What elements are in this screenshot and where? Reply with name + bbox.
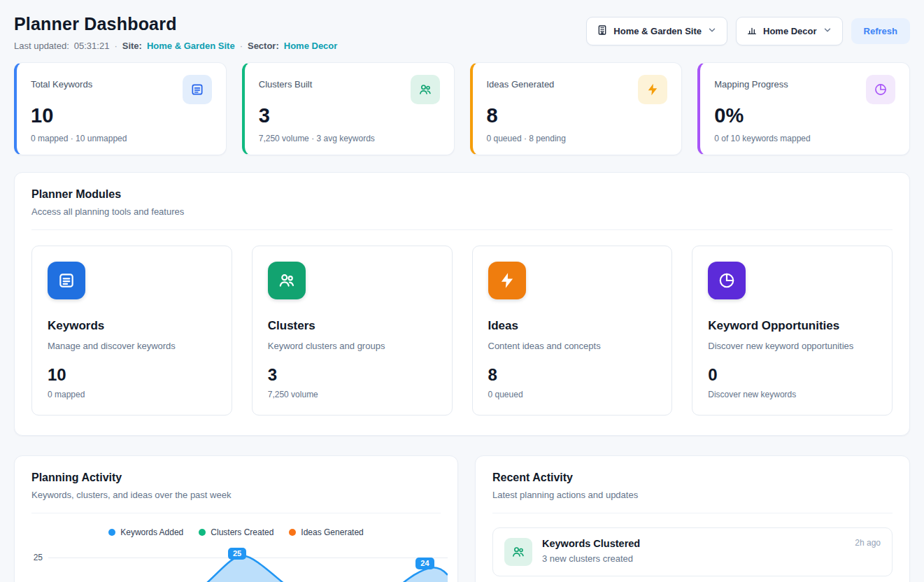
stat-value: 8 xyxy=(487,104,668,127)
bolt-icon xyxy=(638,75,667,104)
bolt-icon xyxy=(488,262,526,299)
legend-dot-orange xyxy=(289,529,296,536)
stat-card-top: Total Keywords xyxy=(31,75,212,104)
site-selector-label: Home & Garden Site xyxy=(613,26,702,36)
y-axis-tick: 25 xyxy=(24,547,48,582)
activity-description: 3 new clusters created xyxy=(542,553,881,564)
legend-label: Keywords Added xyxy=(120,527,183,537)
module-detail: Discover new keywords xyxy=(708,390,876,399)
chart-plot-area: 25 24 xyxy=(48,547,448,582)
stats-grid: Total Keywords 10 0 mapped · 10 unmapped… xyxy=(14,62,910,155)
activity-top: Keywords Clustered 2h ago xyxy=(542,538,881,549)
sector-selector-dropdown[interactable]: Home Decor xyxy=(736,17,843,45)
modules-head: Planner Modules Access all planning tool… xyxy=(15,173,909,230)
stat-card-top: Clusters Built xyxy=(259,75,440,104)
module-value: 10 xyxy=(48,365,216,385)
recent-activity-head: Recent Activity Latest planning actions … xyxy=(476,456,909,513)
chart-legend: Keywords Added Clusters Created Ideas Ge… xyxy=(15,527,457,537)
keywords-added-series-area xyxy=(48,547,448,582)
module-description: Discover new keyword opportunities xyxy=(708,341,876,351)
site-selector-dropdown[interactable]: Home & Garden Site xyxy=(586,17,727,45)
header-actions: Home & Garden Site Home Decor Refresh xyxy=(586,17,910,45)
module-description: Content ideas and concepts xyxy=(488,341,657,351)
module-value: 3 xyxy=(268,365,436,385)
chart-point-label: 24 xyxy=(415,558,434,569)
building-icon xyxy=(597,24,608,38)
module-detail: 0 mapped xyxy=(48,390,216,399)
modules-grid: Keywords Manage and discover keywords 10… xyxy=(15,230,909,435)
pie-chart-icon xyxy=(708,262,746,299)
bar-chart-icon xyxy=(746,24,758,38)
modules-subtitle: Access all planning tools and features xyxy=(31,206,893,217)
module-value: 8 xyxy=(488,365,657,385)
stat-card-mapping-progress: Mapping Progress 0% 0 of 10 keywords map… xyxy=(697,62,910,155)
module-card-ideas[interactable]: Ideas Content ideas and concepts 8 0 que… xyxy=(472,246,673,416)
stat-value: 10 xyxy=(31,104,212,127)
recent-activity-title: Recent Activity xyxy=(492,471,893,484)
modules-title: Planner Modules xyxy=(31,188,893,201)
users-icon xyxy=(268,262,306,299)
activity-item-keywords-clustered[interactable]: Keywords Clustered 2h ago 3 new clusters… xyxy=(492,527,893,576)
legend-item-clusters-created[interactable]: Clusters Created xyxy=(199,527,273,537)
activity-timestamp: 2h ago xyxy=(855,538,881,548)
module-card-keywords[interactable]: Keywords Manage and discover keywords 10… xyxy=(31,246,232,416)
site-link[interactable]: Home & Garden Site xyxy=(147,41,235,51)
sector-link[interactable]: Home Decor xyxy=(284,41,338,51)
divider xyxy=(31,513,441,513)
legend-item-ideas-generated[interactable]: Ideas Generated xyxy=(289,527,363,537)
last-updated-label: Last updated: xyxy=(14,41,69,51)
users-icon xyxy=(411,75,440,104)
module-title: Ideas xyxy=(488,319,657,333)
page-title: Planner Dashboard xyxy=(14,14,337,34)
sector-label: Sector: xyxy=(248,41,279,51)
legend-label: Clusters Created xyxy=(211,527,273,537)
meta-separator: · xyxy=(114,41,117,51)
document-icon xyxy=(48,262,85,299)
stat-card-top: Mapping Progress xyxy=(714,75,895,104)
stat-detail: 0 of 10 keywords mapped xyxy=(714,134,895,143)
chart-point-label: 25 xyxy=(228,548,246,560)
module-title: Keyword Opportunities xyxy=(708,319,876,333)
stat-label: Clusters Built xyxy=(259,75,313,90)
stat-card-total-keywords: Total Keywords 10 0 mapped · 10 unmapped xyxy=(14,62,227,155)
planner-modules-section: Planner Modules Access all planning tool… xyxy=(14,172,910,436)
legend-item-keywords-added[interactable]: Keywords Added xyxy=(108,527,183,537)
recent-activity-subtitle: Latest planning actions and updates xyxy=(492,490,893,500)
module-description: Manage and discover keywords xyxy=(48,341,216,351)
legend-label: Ideas Generated xyxy=(301,527,363,537)
module-description: Keyword clusters and groups xyxy=(268,341,436,351)
stat-value: 0% xyxy=(714,104,895,127)
refresh-button[interactable]: Refresh xyxy=(851,18,910,44)
stat-card-top: Ideas Generated xyxy=(487,75,668,104)
stat-detail: 7,250 volume · 3 avg keywords xyxy=(259,134,440,143)
last-updated-value: 05:31:21 xyxy=(74,41,110,51)
activity-body: Keywords Clustered 2h ago 3 new clusters… xyxy=(542,538,881,564)
sector-selector-label: Home Decor xyxy=(763,26,817,36)
meta-separator: · xyxy=(240,41,243,51)
recent-activity-section: Recent Activity Latest planning actions … xyxy=(475,455,910,582)
stat-card-clusters-built: Clusters Built 3 7,250 volume · 3 avg ke… xyxy=(242,62,455,155)
header-meta: Last updated: 05:31:21 · Site: Home & Ga… xyxy=(14,41,337,51)
document-icon xyxy=(183,75,212,104)
pie-chart-icon xyxy=(866,75,895,104)
planning-activity-section: Planning Activity Keywords, clusters, an… xyxy=(14,455,458,582)
stat-label: Total Keywords xyxy=(31,75,92,90)
users-icon xyxy=(504,538,532,566)
header: Planner Dashboard Last updated: 05:31:21… xyxy=(14,14,910,51)
planning-activity-title: Planning Activity xyxy=(31,471,441,484)
stat-detail: 0 mapped · 10 unmapped xyxy=(31,134,212,143)
planning-activity-chart: 25 25 24 xyxy=(15,547,457,582)
planning-activity-subtitle: Keywords, clusters, and ideas over the p… xyxy=(31,490,441,500)
stat-detail: 0 queued · 8 pending xyxy=(487,134,668,143)
planner-dashboard-page: Planner Dashboard Last updated: 05:31:21… xyxy=(0,0,924,582)
bottom-grid: Planning Activity Keywords, clusters, an… xyxy=(14,455,910,582)
activity-title: Keywords Clustered xyxy=(542,538,640,549)
legend-dot-green xyxy=(199,529,206,536)
planning-activity-head: Planning Activity Keywords, clusters, an… xyxy=(15,456,457,513)
module-card-keyword-opportunities[interactable]: Keyword Opportunities Discover new keywo… xyxy=(692,246,893,416)
chevron-down-icon xyxy=(707,25,717,37)
legend-dot-blue xyxy=(108,529,115,536)
module-card-clusters[interactable]: Clusters Keyword clusters and groups 3 7… xyxy=(252,246,453,416)
stat-label: Mapping Progress xyxy=(714,75,788,90)
module-title: Clusters xyxy=(268,319,436,333)
